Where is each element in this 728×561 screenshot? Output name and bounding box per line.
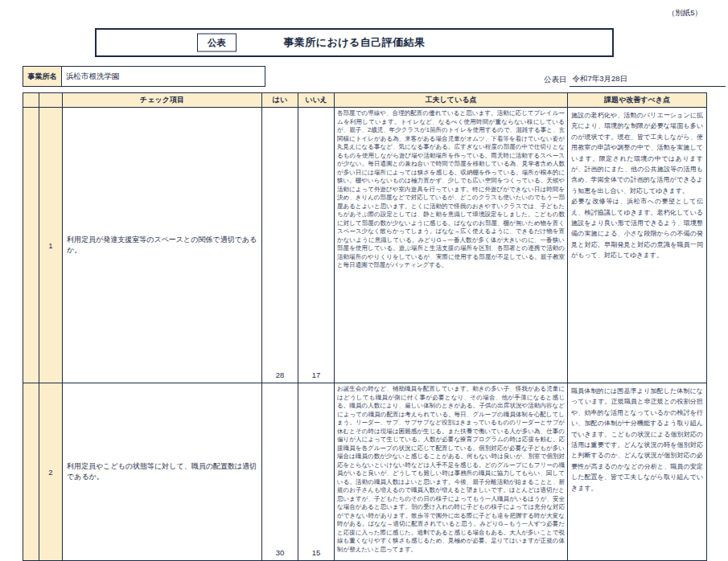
row-margin-cell [23,108,39,383]
publish-date-label: 公表日 [544,75,567,87]
office-name-row: 事業所名 浜松市根洗学園 [23,66,265,87]
col-header-issues: 課題や改善すべき点 [568,93,706,108]
issues-text: 職員体制的には国基準より加配した体制になっています。正規職員と非正規との役割分担… [568,383,706,560]
row-number: 2 [39,383,63,560]
check-item-text: 利用定員やこどもの状態等に対して、職員の配置数は適切であるか。 [63,383,262,560]
publish-date-value: 令和7年3月28日 [570,74,726,87]
row-margin-cell [23,383,39,560]
evaluation-table: チェック項目 はい いいえ 工夫している点 課題や改善すべき点 1 利用定員が発… [23,92,707,561]
no-count: 17 [298,108,335,383]
office-name-value: 浜松市根洗学園 [62,67,265,86]
corner-note: （別紙5） [668,8,702,18]
col-header-no: いいえ [298,93,335,108]
check-item-text: 利用定員が発達支援室等のスペースとの関係で適切であるか。 [63,108,262,383]
title-header-box: 事業所における自己評価結果 公表 [95,28,614,57]
col-header-check-item: チェック項目 [63,93,262,108]
efforts-text: お誕生会の時など、補助職員を配置しています。動きの多い子、怪我がある児童にはどう… [335,383,568,560]
col-header-row-number [39,93,63,108]
yes-count: 30 [262,383,298,560]
publish-date: 公表日 令和7年3月28日 [544,74,726,87]
row-number: 1 [39,108,63,383]
page-title: 事業所における自己評価結果 [97,30,612,55]
col-header-spacer-1 [23,93,39,108]
issues-text: 施設の老朽化や、活動のバリエーションに拡充により、環境的な制限が必要な場面も多い… [568,108,706,383]
no-count: 15 [298,383,335,560]
office-name-label: 事業所名 [23,67,62,86]
col-header-yes: はい [262,93,298,108]
col-header-efforts: 工夫している点 [335,93,568,108]
yes-count: 28 [262,108,298,383]
self-evaluation-sheet: （別紙5） 事業所における自己評価結果 公表 事業所名 浜松市根洗学園 公表日 … [0,0,728,561]
efforts-text: 各部屋での導線や、合理的配置の優れていると思います。活動に応じてプレイルームを利… [335,108,568,383]
public-stamp: 公表 [197,34,236,52]
